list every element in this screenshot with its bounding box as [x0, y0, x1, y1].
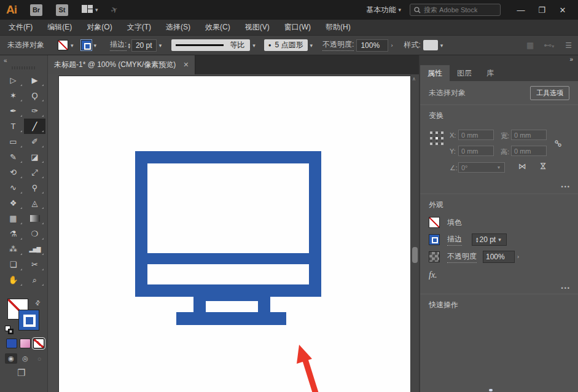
constrain-proportions-icon[interactable]: ⚯	[551, 137, 564, 151]
menu-item-edit[interactable]: 编辑(E)	[47, 22, 72, 33]
flip-horizontal-icon[interactable]: ⋈	[518, 162, 526, 171]
lasso-tool[interactable]: Ϙ	[24, 88, 45, 103]
canvas[interactable]: ∧	[48, 74, 419, 392]
eraser-tool[interactable]: ◪	[24, 149, 45, 165]
more-options-icon[interactable]: •••	[561, 184, 571, 190]
vertical-scrollbar[interactable]: ∧	[410, 74, 419, 392]
fill-swatch[interactable]	[429, 217, 440, 228]
column-graph-tool[interactable]: ▂▅▇	[24, 241, 45, 257]
maximize-button[interactable]: ❐	[531, 6, 552, 15]
paintbrush-tool[interactable]: ✐	[24, 134, 45, 149]
flip-vertical-icon[interactable]: ⋈	[539, 162, 548, 170]
menu-item-window[interactable]: 窗口(W)	[284, 22, 311, 33]
close-button[interactable]: ✕	[552, 6, 573, 15]
search-input[interactable]: 搜索 Adobe Stock	[410, 4, 501, 16]
shape-builder-tool[interactable]: ❖	[2, 195, 24, 211]
opacity-value[interactable]: 100%	[356, 39, 388, 52]
color-button[interactable]	[6, 339, 17, 348]
stroke-label[interactable]: 描边	[447, 234, 462, 246]
stroke-weight-stepper[interactable]: ▴▾	[128, 42, 130, 49]
selection-tool[interactable]: ▷	[2, 73, 24, 88]
gradient-tool[interactable]	[24, 211, 45, 226]
tab-libraries[interactable]: 库	[479, 65, 501, 81]
pen-tool[interactable]: ✒	[2, 103, 24, 119]
blend-tool[interactable]: ❍	[24, 226, 45, 241]
stroke-profile-select[interactable]: 等比	[171, 39, 250, 51]
chevron-right-icon[interactable]: ›	[388, 42, 395, 49]
x-field[interactable]: 0 mm	[458, 130, 494, 140]
stock-button[interactable]: St	[56, 4, 68, 16]
scroll-up-icon[interactable]: ∧	[412, 76, 416, 82]
width-field[interactable]: 0 mm	[511, 130, 547, 140]
slice-tool[interactable]: ✂	[24, 257, 45, 272]
panel-menu-icon[interactable]: ☰	[565, 41, 572, 50]
reference-point-icon[interactable]	[429, 131, 444, 146]
brush-definition-select[interactable]: ● 5 点圆形	[264, 39, 308, 51]
menu-item-select[interactable]: 选择(S)	[166, 22, 190, 33]
default-fill-stroke-icon[interactable]	[5, 326, 14, 335]
perspective-grid-tool[interactable]: ◬	[24, 195, 45, 211]
chevron-down-icon[interactable]: ▾	[95, 7, 98, 13]
menu-item-view[interactable]: 视图(V)	[245, 22, 270, 33]
type-tool[interactable]: T	[2, 119, 24, 134]
expand-panel-icon[interactable]: »	[569, 56, 573, 63]
menu-item-help[interactable]: 帮助(H)	[326, 22, 351, 33]
rotate-tool[interactable]: ⟲	[2, 165, 24, 180]
draw-normal-mode-icon[interactable]: ◉	[5, 353, 17, 364]
shaper-tool[interactable]: ✎	[2, 149, 24, 165]
stroke-weight-value[interactable]: 20 pt	[131, 39, 157, 52]
workspace-switcher[interactable]: 基本功能 ▾	[366, 5, 401, 15]
stroke-weight-control[interactable]: ▴▾ 20 pt ▾	[472, 233, 507, 246]
draw-behind-mode-icon[interactable]: ◎	[19, 353, 31, 364]
style-swatch[interactable]	[423, 40, 438, 50]
tool-options-button[interactable]: 工具选项	[530, 86, 569, 100]
line-segment-tool[interactable]: ╱	[24, 119, 45, 134]
stroke-weight-stepper[interactable]: ▴▾	[476, 237, 478, 243]
opacity-label[interactable]: 不透明度	[447, 251, 477, 263]
direct-selection-tool[interactable]: ▶	[24, 73, 45, 88]
chevron-down-icon[interactable]: ▾	[498, 165, 500, 170]
screen-mode-icon[interactable]: ❐	[17, 367, 25, 378]
scrollbar-thumb[interactable]	[412, 247, 418, 263]
stroke-color-swatch[interactable]	[81, 40, 92, 50]
magic-wand-tool[interactable]: ✶	[2, 88, 24, 103]
menu-item-effect[interactable]: 效果(C)	[205, 22, 230, 33]
stroke-swatch[interactable]	[429, 234, 440, 245]
opacity-swatch-icon[interactable]	[429, 251, 440, 262]
chevron-right-icon[interactable]: ›	[515, 254, 521, 260]
mesh-tool[interactable]: ▦	[2, 211, 24, 226]
menu-item-type[interactable]: 文字(T)	[127, 22, 151, 33]
chevron-down-icon[interactable]: ▾	[92, 42, 100, 49]
scale-tool[interactable]: ⤢	[24, 165, 45, 180]
symbol-sprayer-tool[interactable]: ⁂	[2, 241, 24, 257]
close-tab-icon[interactable]: ✕	[183, 61, 189, 69]
chevron-down-icon[interactable]: ▾	[157, 42, 165, 49]
panel-grip[interactable]	[12, 66, 36, 69]
zoom-tool[interactable]: ⌕	[24, 272, 45, 288]
curvature-tool[interactable]: ✑	[24, 103, 45, 119]
fill-color-swatch[interactable]	[58, 40, 68, 50]
chevron-down-icon[interactable]: ▾	[308, 42, 316, 49]
menu-item-object[interactable]: 对象(O)	[87, 22, 112, 33]
y-field[interactable]: 0 mm	[458, 146, 494, 156]
artboard-tool[interactable]: ❏	[2, 257, 24, 272]
collapse-panel-icon[interactable]: «	[4, 57, 7, 64]
chevron-down-icon[interactable]: ▾	[496, 237, 504, 243]
minimize-button[interactable]: —	[510, 6, 531, 15]
stroke-color-indicator[interactable]	[18, 310, 39, 331]
bridge-button[interactable]: Br	[30, 4, 42, 16]
puppet-warp-tool[interactable]: ⚲	[24, 180, 45, 195]
document-tab[interactable]: 未标题-1* @ 100% (CMYK/像素预览) ✕	[48, 55, 195, 74]
eyedropper-tool[interactable]: ⚗	[2, 226, 24, 241]
chevron-down-icon[interactable]: ▾	[250, 42, 258, 49]
tab-layers[interactable]: 图层	[450, 65, 479, 81]
gradient-button[interactable]	[20, 339, 31, 348]
fx-icon[interactable]: fx.	[420, 265, 578, 285]
height-field[interactable]: 0 mm	[511, 146, 547, 156]
hand-tool[interactable]: ✋	[2, 272, 24, 288]
tab-properties[interactable]: 属性	[420, 65, 450, 81]
opacity-value[interactable]: 100%	[483, 251, 515, 263]
more-options-icon[interactable]: •••	[561, 285, 571, 291]
rectangle-tool[interactable]: ▭	[2, 134, 24, 149]
arrange-documents-icon[interactable]	[82, 5, 93, 15]
